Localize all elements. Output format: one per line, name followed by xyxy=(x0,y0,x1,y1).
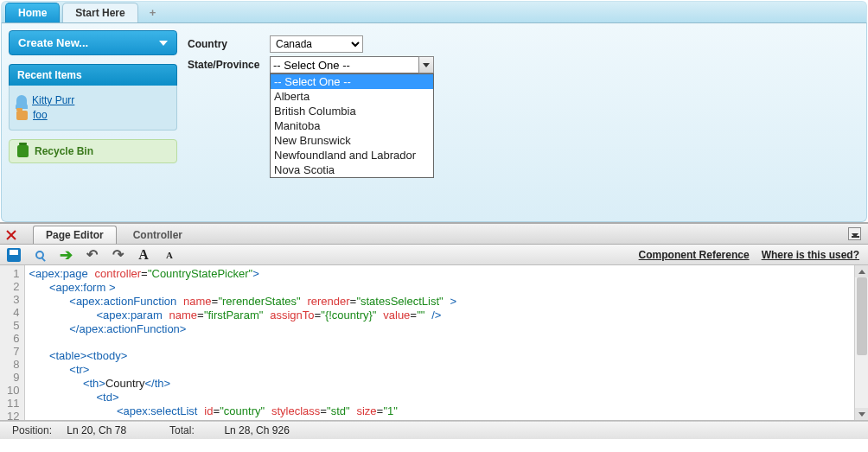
state-select[interactable] xyxy=(270,56,434,73)
line-gutter: 123456789101112 xyxy=(0,265,25,420)
state-option[interactable]: New Brunswick xyxy=(271,133,433,148)
state-select-wrap: -- Select One -- Alberta British Columbi… xyxy=(270,56,434,73)
recent-item: Kitty Purr xyxy=(16,94,169,106)
position-label: Position: xyxy=(12,424,64,436)
redo-icon[interactable]: ↷ xyxy=(111,248,124,262)
state-option[interactable]: Alberta xyxy=(271,89,433,104)
tab-page-editor[interactable]: Page Editor xyxy=(33,226,117,244)
editor-tab-bar: Page Editor Controller xyxy=(0,224,868,245)
folder-icon xyxy=(16,111,28,120)
save-icon[interactable] xyxy=(7,248,21,262)
search-icon[interactable] xyxy=(33,248,47,262)
state-option[interactable]: Manitoba xyxy=(271,118,433,133)
font-smaller-icon[interactable]: A xyxy=(163,248,176,262)
total-label: Total: xyxy=(169,424,221,436)
editor-toolbar: ➔ ↶ ↷ A A Component Reference Where is t… xyxy=(0,245,868,265)
country-select[interactable]: Canada xyxy=(270,35,363,53)
country-row: Country Canada xyxy=(188,35,859,53)
code-editor[interactable]: 123456789101112 <apex:page controller="C… xyxy=(0,265,868,421)
trash-icon xyxy=(17,145,29,157)
state-option[interactable]: British Columbia xyxy=(271,104,433,118)
position-value: Ln 20, Ch 78 xyxy=(67,424,126,436)
code-content[interactable]: <apex:page controller="CountryStatePicke… xyxy=(25,265,868,420)
close-icon[interactable] xyxy=(5,229,17,241)
dropdown-toggle[interactable] xyxy=(418,56,434,73)
tab-start-here[interactable]: Start Here xyxy=(62,3,137,22)
app-body: Create New... Recent Items Kitty Purr fo… xyxy=(1,23,867,222)
recycle-bin-button[interactable]: Recycle Bin xyxy=(9,139,177,163)
country-label: Country xyxy=(188,38,261,50)
main-content: Country Canada State/Province -- Select … xyxy=(188,30,859,214)
state-option[interactable]: Nova Scotia xyxy=(271,162,433,177)
chevron-down-icon xyxy=(159,41,168,46)
scroll-up-icon[interactable] xyxy=(855,265,868,277)
code-scrollbar[interactable] xyxy=(854,265,868,420)
sidebar: Create New... Recent Items Kitty Purr fo… xyxy=(9,30,177,214)
recent-item: foo xyxy=(16,109,169,121)
editor-section: Page Editor Controller ➔ ↶ ↷ A A Compone… xyxy=(0,222,868,439)
recent-link-foo[interactable]: foo xyxy=(33,109,48,121)
where-used-link[interactable]: Where is this used? xyxy=(762,249,859,261)
user-icon xyxy=(16,95,27,105)
recycle-label: Recycle Bin xyxy=(35,145,93,157)
tab-controller[interactable]: Controller xyxy=(120,226,195,244)
app-tab-bar: Home Start Here + xyxy=(1,1,867,23)
recent-items-header: Recent Items xyxy=(9,64,177,86)
total-value: Ln 28, Ch 926 xyxy=(224,424,289,436)
chevron-down-icon xyxy=(423,63,430,67)
state-dropdown-list: -- Select One -- Alberta British Columbi… xyxy=(270,73,434,178)
status-bar: Position: Ln 20, Ch 78 Total: Ln 28, Ch … xyxy=(0,421,868,439)
state-option[interactable]: Newfoundland and Labrador xyxy=(271,148,433,162)
state-option[interactable]: -- Select One -- xyxy=(271,74,433,89)
create-new-button[interactable]: Create New... xyxy=(9,30,177,55)
new-tab-button[interactable]: + xyxy=(141,3,165,22)
state-row: State/Province -- Select One -- Alberta … xyxy=(188,56,859,73)
state-label: State/Province xyxy=(188,59,261,71)
recent-items-body: Kitty Purr foo xyxy=(9,86,177,131)
tab-home[interactable]: Home xyxy=(5,3,60,22)
download-icon[interactable] xyxy=(848,227,861,240)
create-new-label: Create New... xyxy=(18,36,88,49)
scroll-thumb[interactable] xyxy=(857,277,867,355)
recent-items-panel: Recent Items Kitty Purr foo xyxy=(9,64,177,131)
undo-icon[interactable]: ↶ xyxy=(85,248,99,262)
recent-link-kitty[interactable]: Kitty Purr xyxy=(32,94,74,106)
goto-icon[interactable]: ➔ xyxy=(59,248,73,262)
font-larger-icon[interactable]: A xyxy=(137,248,150,262)
component-reference-link[interactable]: Component Reference xyxy=(639,249,750,261)
scroll-down-icon[interactable] xyxy=(855,408,868,420)
